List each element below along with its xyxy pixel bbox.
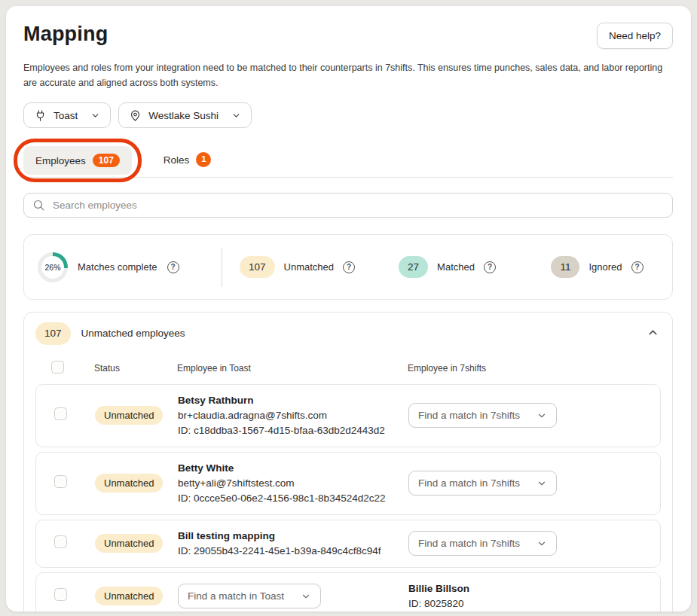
unmatched-label: Unmatched bbox=[284, 261, 334, 273]
matches-complete-label: Matches complete bbox=[78, 261, 157, 273]
collapse-section-button[interactable] bbox=[645, 325, 661, 343]
find-match-dropdown[interactable]: Find a match in 7shifts bbox=[408, 403, 557, 428]
status-badge: Unmatched bbox=[95, 587, 163, 605]
unmatched-employees-section: 107 Unmatched employees Status Employee … bbox=[23, 312, 673, 611]
ignored-count-pill: 11 bbox=[551, 256, 579, 279]
status-badge: Unmatched bbox=[95, 474, 163, 492]
tab-roles-label: Roles bbox=[164, 154, 190, 166]
find-match-label: Find a match in 7shifts bbox=[418, 477, 520, 489]
search-icon bbox=[32, 199, 45, 212]
search-bar bbox=[23, 193, 673, 218]
employee-info: Billie BillsonID: 8025820 bbox=[408, 581, 660, 611]
need-help-button[interactable]: Need help? bbox=[597, 23, 673, 49]
tab-bar: Employees 107 Roles 1 bbox=[23, 145, 673, 178]
employee-info: Betsy Rathburnbr+claudia.adragna@7shifts… bbox=[178, 393, 408, 438]
employee-name: Betsy Rathburn bbox=[178, 393, 408, 408]
progress-ring: 26% bbox=[38, 252, 68, 282]
section-header: 107 Unmatched employees bbox=[24, 313, 672, 352]
tab-employees-label: Employees bbox=[35, 155, 86, 166]
employee-name: Bill testing mapping bbox=[178, 529, 408, 544]
employee-email: betty+ali@7shiftstest.com bbox=[178, 476, 408, 491]
tab-roles[interactable]: Roles 1 bbox=[151, 145, 224, 175]
integration-dropdown-label: Toast bbox=[53, 110, 78, 121]
ignored-label: Ignored bbox=[588, 261, 622, 273]
employee-name: Betty White bbox=[178, 461, 408, 476]
find-match-dropdown[interactable]: Find a match in 7shifts bbox=[408, 471, 557, 496]
section-count-pill: 107 bbox=[35, 322, 71, 345]
matched-count-pill: 27 bbox=[399, 256, 428, 279]
row-checkbox[interactable] bbox=[54, 475, 67, 488]
chevron-down-icon bbox=[537, 478, 547, 489]
table-row: UnmatchedFind a match in ToastBillie Bil… bbox=[35, 572, 661, 612]
section-title: Unmatched employees bbox=[81, 328, 185, 339]
tab-employees-count-badge: 107 bbox=[93, 154, 120, 167]
plug-icon bbox=[34, 109, 47, 122]
column-header-7shifts: Employee in 7shifts bbox=[408, 363, 661, 374]
tab-roles-count-badge: 1 bbox=[196, 152, 211, 167]
employee-rows: UnmatchedBetsy Rathburnbr+claudia.adragn… bbox=[35, 384, 661, 612]
status-badge: Unmatched bbox=[95, 406, 163, 425]
chevron-down-icon bbox=[231, 111, 241, 120]
column-header-toast: Employee in Toast bbox=[177, 363, 408, 374]
employee-name: Billie Billson bbox=[408, 581, 660, 596]
chevron-down-icon bbox=[301, 591, 311, 602]
employee-id: ID: c18ddba3-1567-4d15-bfaa-63db2d2443d2 bbox=[178, 423, 408, 438]
ignored-stat: 11 Ignored ? bbox=[522, 256, 672, 279]
chevron-down-icon bbox=[90, 111, 100, 120]
mapping-page-card: Mapping Need help? Employees and roles f… bbox=[6, 6, 691, 611]
tab-employees[interactable]: Employees 107 bbox=[23, 146, 132, 175]
progress-percent: 26% bbox=[41, 256, 64, 279]
employee-id: ID: 29055b43-2241-45e1-b39a-849c4cf8c94f bbox=[178, 544, 408, 559]
matched-label: Matched bbox=[437, 261, 475, 273]
find-match-label: Find a match in Toast bbox=[188, 590, 284, 602]
stats-summary-card: 26% Matches complete ? 107 Unmatched ? 2… bbox=[23, 234, 673, 300]
chevron-up-icon bbox=[647, 326, 659, 339]
table-column-headers: Status Employee in Toast Employee in 7sh… bbox=[35, 352, 661, 384]
location-dropdown-label: Westlake Sushi bbox=[148, 110, 219, 121]
help-icon[interactable]: ? bbox=[167, 261, 179, 273]
employee-email: br+claudia.adragna@7shifts.com bbox=[178, 408, 408, 423]
select-all-checkbox[interactable] bbox=[51, 361, 64, 374]
table-row: UnmatchedBill testing mappingID: 29055b4… bbox=[35, 520, 661, 568]
find-match-label: Find a match in 7shifts bbox=[418, 410, 520, 421]
chevron-down-icon bbox=[537, 410, 547, 421]
employee-id: ID: 8025820 bbox=[408, 596, 660, 611]
employee-info: Bill testing mappingID: 29055b43-2241-45… bbox=[178, 529, 408, 559]
column-header-status: Status bbox=[94, 363, 177, 374]
page-title: Mapping bbox=[23, 23, 108, 46]
table-row: UnmatchedBetsy Rathburnbr+claudia.adragn… bbox=[35, 384, 661, 447]
location-dropdown[interactable]: Westlake Sushi bbox=[118, 102, 252, 128]
matched-stat: 27 Matched ? bbox=[372, 256, 522, 279]
row-checkbox[interactable] bbox=[54, 588, 67, 601]
chevron-down-icon bbox=[537, 538, 547, 549]
help-icon[interactable]: ? bbox=[343, 261, 355, 273]
employee-id: ID: 0ccce5e0-06e2-4156-98c1-8b34524d2c22 bbox=[178, 491, 408, 506]
location-pin-icon bbox=[129, 109, 142, 122]
find-match-dropdown[interactable]: Find a match in 7shifts bbox=[408, 531, 557, 556]
page-header: Mapping Need help? bbox=[23, 23, 673, 49]
row-checkbox[interactable] bbox=[54, 535, 67, 548]
search-input[interactable] bbox=[23, 193, 673, 218]
help-icon[interactable]: ? bbox=[484, 261, 496, 273]
find-match-label: Find a match in 7shifts bbox=[418, 538, 520, 549]
help-icon[interactable]: ? bbox=[631, 261, 644, 273]
page-description: Employees and roles from your integratio… bbox=[23, 60, 673, 90]
filter-bar: Toast Westlake Sushi bbox=[23, 102, 673, 128]
unmatched-stat: 107 Unmatched ? bbox=[222, 256, 372, 279]
status-badge: Unmatched bbox=[95, 534, 163, 553]
matches-complete-stat: 26% Matches complete ? bbox=[24, 252, 222, 282]
employee-info: Betty Whitebetty+ali@7shiftstest.comID: … bbox=[178, 461, 408, 506]
row-checkbox[interactable] bbox=[54, 407, 67, 420]
unmatched-count-pill: 107 bbox=[240, 256, 275, 279]
integration-dropdown[interactable]: Toast bbox=[23, 102, 111, 128]
find-match-dropdown[interactable]: Find a match in Toast bbox=[178, 584, 321, 608]
table-row: UnmatchedBetty Whitebetty+ali@7shiftstes… bbox=[35, 452, 661, 515]
